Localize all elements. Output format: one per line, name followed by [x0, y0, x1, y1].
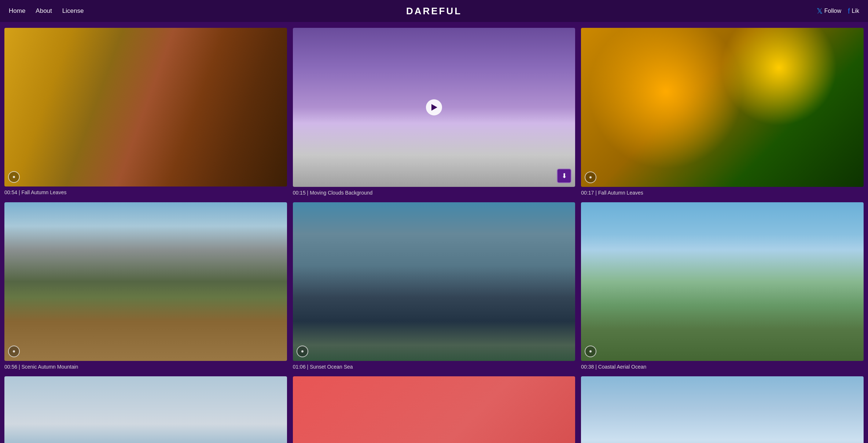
play-icon[interactable] [585, 171, 596, 183]
video-title: Scenic Autumn Mountain [21, 364, 78, 370]
play-icon[interactable] [8, 346, 20, 357]
video-thumb-coastal-aerial[interactable] [581, 202, 864, 361]
like-label: Lik [852, 8, 859, 14]
spin-dot [589, 176, 592, 178]
video-meta: 00:56 | Scenic Autumn Mountain [4, 364, 287, 370]
thumb-image [4, 376, 287, 443]
play-triangle [431, 104, 437, 111]
video-grid: 00:54 | Fall Autumn Leaves ⬇ 00:15 | Mov… [0, 22, 868, 443]
navbar: Home About License DAREFUL 𝕏 Follow f Li… [0, 0, 868, 22]
video-title: Moving Clouds Background [310, 190, 372, 196]
video-card-fall-leaves-1[interactable]: 00:54 | Fall Autumn Leaves [4, 28, 287, 196]
video-card-moving-clouds[interactable]: ⬇ 00:15 | Moving Clouds Background [293, 28, 575, 196]
nav-right: 𝕏 Follow f Lik [817, 7, 859, 15]
facebook-like[interactable]: f Lik [848, 7, 859, 15]
spin-dot [13, 176, 15, 178]
download-button[interactable]: ⬇ [557, 169, 571, 183]
follow-label: Follow [824, 8, 841, 14]
video-title: Coastal Aerial Ocean [598, 364, 647, 370]
nav-about[interactable]: About [36, 7, 52, 15]
thumb-image [581, 28, 864, 187]
video-thumb-fall-leaves-2[interactable] [581, 28, 864, 187]
video-title: Sunset Ocean Sea [310, 364, 353, 370]
nav-license[interactable]: License [62, 7, 84, 15]
video-title: Fall Autumn Leaves [21, 189, 66, 195]
video-separator: | [595, 190, 598, 196]
video-thumb-aerial2[interactable] [581, 376, 864, 443]
facebook-icon: f [848, 7, 850, 15]
video-duration: 01:06 [293, 364, 306, 370]
video-title: Fall Autumn Leaves [598, 190, 643, 196]
ad-banner[interactable]: Get 10 free images from Shutterstock. [293, 376, 575, 443]
video-duration: 00:56 [4, 364, 17, 370]
video-meta: 01:06 | Sunset Ocean Sea [293, 364, 575, 370]
thumb-image [581, 202, 864, 361]
spin-dot [301, 350, 304, 352]
video-duration: 00:54 [4, 189, 17, 195]
video-card-sunset-ocean[interactable]: 01:06 | Sunset Ocean Sea [293, 202, 575, 370]
site-logo: DAREFUL [406, 5, 462, 17]
video-thumb-moving-clouds[interactable]: ⬇ [293, 28, 575, 187]
spin-dot [589, 350, 592, 352]
spin-dot [13, 350, 15, 352]
video-duration: 00:15 [293, 190, 306, 196]
video-card-aerial2[interactable] [581, 376, 864, 443]
video-thumb-scenic-mountain[interactable] [4, 202, 287, 361]
video-separator: | [307, 190, 310, 196]
thumb-image [4, 202, 287, 361]
video-duration: 00:38 [581, 364, 594, 370]
video-card-coastal-aerial[interactable]: 00:38 | Coastal Aerial Ocean [581, 202, 864, 370]
video-separator: | [595, 364, 598, 370]
video-thumb-fall-leaves-1[interactable] [4, 28, 287, 187]
video-meta: 00:15 | Moving Clouds Background [293, 190, 575, 196]
ad-person [420, 392, 547, 443]
download-icon: ⬇ [562, 172, 567, 180]
video-meta: 00:38 | Coastal Aerial Ocean [581, 364, 864, 370]
twitter-follow[interactable]: 𝕏 Follow [817, 7, 841, 15]
thumb-image [4, 28, 287, 187]
video-card-sky-trees[interactable] [4, 376, 287, 443]
video-card-scenic-mountain[interactable]: 00:56 | Scenic Autumn Mountain [4, 202, 287, 370]
video-card-fall-leaves-2[interactable]: 00:17 | Fall Autumn Leaves [581, 28, 864, 196]
nav-left: Home About License [9, 7, 84, 15]
video-duration: 00:17 [581, 190, 594, 196]
video-card-ad[interactable]: Get 10 free images from Shutterstock. [293, 376, 575, 443]
play-icon[interactable] [297, 346, 308, 357]
thumb-image [581, 376, 864, 443]
video-separator: | [307, 364, 310, 370]
video-meta: 00:54 | Fall Autumn Leaves [4, 189, 287, 195]
video-thumb-sky-trees[interactable] [4, 376, 287, 443]
twitter-icon: 𝕏 [817, 7, 823, 15]
video-meta: 00:17 | Fall Autumn Leaves [581, 190, 864, 196]
nav-home[interactable]: Home [9, 7, 25, 15]
play-button-center[interactable] [426, 99, 442, 115]
video-thumb-sunset-ocean[interactable] [293, 202, 575, 361]
thumb-image [293, 202, 575, 361]
